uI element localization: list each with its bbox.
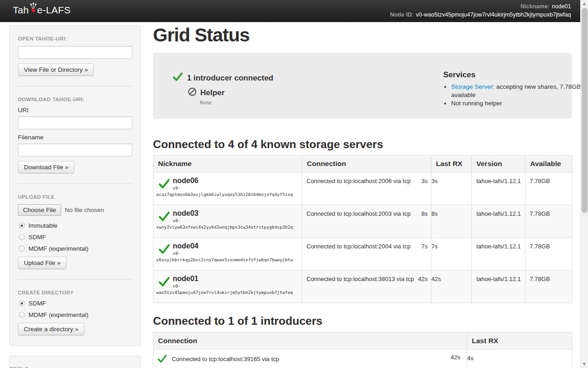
create-directory-button[interactable]: Create a directory » [18,323,85,335]
upload-radio-sdmf[interactable]: SDMF [19,234,132,241]
brand-text-post: e-LAFS [37,5,71,16]
server-id-prefix: v0- [173,283,299,288]
create-directory-section: CREATE DIRECTORY SDMFMDMF (experimental)… [18,279,132,345]
version-value: tahoe-lafs/1.12.1 [472,172,526,205]
scroll-down-icon [582,363,586,365]
upload-radio-immutable[interactable]: Immutable [19,222,132,229]
scroll-up-icon [582,3,586,5]
column-header-connection: Connection [153,333,467,350]
connection-age: 3s [421,178,428,184]
storage-server-row: node01 v0- wao5tzv45pmoju47jow7rvl4ukirj… [153,270,572,303]
upload-file-label: UPLOAD FILE [18,194,132,200]
mkdir-radio-mdmf-experimental[interactable]: MDMF (experimental) [19,311,132,318]
introducers-heading: Connected to 1 of 1 introducers [153,315,572,328]
main-content: Grid Status 1 introducer connected Helpe… [153,22,572,368]
radio-label: MDMF (experimental) [28,245,89,252]
scrollbar-up-button[interactable] [581,0,588,8]
download-uri-label: DOWNLOAD TAHOE-URI: [18,97,132,102]
download-file-button[interactable]: Download File » [18,161,74,173]
available-space-value: 7.78GB [526,270,572,303]
server-id-prefix: v0- [173,251,299,256]
services-list: Storage Server: accepting new shares, 7.… [451,83,587,108]
open-uri-input[interactable] [18,46,132,59]
connection-age: 7s [421,243,428,250]
scrollbar-thumb[interactable] [582,8,588,213]
scrollbar-down-button[interactable] [581,360,588,368]
radio-button-icon[interactable] [19,246,25,252]
radio-label: SDMF [28,234,46,241]
open-uri-label: OPEN TAHOE-URI: [18,36,132,41]
vertical-scrollbar[interactable] [580,0,588,368]
last-rx-value: 7s [431,238,472,270]
tahoe-logo-icon [29,2,37,15]
introducer-status-row: 1 introducer connected [172,71,273,85]
view-file-button[interactable]: View File or Directory » [18,63,94,76]
open-uri-section: OPEN TAHOE-URI: View File or Directory » [18,26,132,86]
download-uri-section: DOWNLOAD TAHOE-URI: URI Filename Downloa… [18,86,132,184]
server-nickname: node06 [173,175,299,185]
connection-text: Connected to tcp:localhost:38013 via tcp [306,276,414,282]
mkdir-radio-sdmf[interactable]: SDMF [19,300,132,307]
service-item: Not running helper [451,99,587,108]
version-value: tahoe-lafs/1.12.1 [472,205,526,238]
available-space-value: 7.78GB [526,172,572,205]
helper-value: None [200,100,273,105]
available-space-value: 7.78GB [526,205,572,238]
connection-age: 42s [418,276,428,282]
uri-field-label: URI [18,107,132,114]
helper-title: Helper [200,88,225,98]
radio-label: MDMF (experimental) [28,311,89,318]
server-nickname: node01 [173,273,299,283]
storage-server-row: node04 v0- v6zuyjkbrrkqy2bvc2cny7qwax5sx… [153,238,572,270]
download-uri-input[interactable] [18,116,132,129]
introducer-status-text: 1 introducer connected [187,74,273,83]
radio-button-icon[interactable] [19,312,25,318]
file-chosen-status: No file chosen [65,207,104,213]
upload-format-radios: ImmutableSDMFMDMF (experimental) [18,222,132,252]
radio-label: SDMF [28,300,46,307]
radio-label: Immutable [28,222,57,229]
radio-button-icon[interactable] [19,223,25,229]
storage-server-link[interactable]: Storage Server [451,83,493,90]
no-helper-icon [187,87,197,99]
column-header-version: Version [472,155,526,172]
nickname-row: Nickname:node01 [390,3,571,11]
column-header-last-rx: Last RX [431,155,472,172]
connection-text: Connected to tcp:localhost:2006 via tcp [306,178,411,184]
server-id-prefix: v0- [173,185,299,190]
storage-table-header: NicknameConnectionLast RXVersionAvailabl… [153,155,572,172]
server-id-prefix: v0- [173,218,299,223]
storage-server-row: node03 v0- swny2viyw63ofxwi4x2yykd2woqjb… [153,205,572,238]
connected-check-icon [158,243,170,257]
radio-button-icon[interactable] [19,234,25,240]
download-filename-input[interactable] [18,144,132,156]
tools-panel: TOOLS Recent and Active Operations [9,356,141,368]
connected-check-icon [157,354,167,365]
node-id-row: Node ID:v0-wao5tzv45pmoju47jow7rvl4ukirj… [390,11,571,19]
radio-button-icon[interactable] [19,300,25,306]
connected-check-icon [158,276,170,289]
column-header-nickname: Nickname [153,155,302,172]
sidebar: OPEN TAHOE-URI: View File or Directory »… [9,25,141,368]
connection-text: Connected to tcp:localhost:39165 via tcp [172,356,279,362]
node-id-value: v0-wao5tzv45pmoju47jow7rvl4ukirjm5ytbh2k… [416,12,571,18]
last-rx-value: 8s [431,205,472,238]
version-value: tahoe-lafs/1.12.1 [472,238,526,270]
create-directory-label: CREATE DIRECTORY [18,290,132,295]
connection-text: Connected to tcp:localhost:2003 via tcp [306,210,411,217]
services-block: Services Storage Server: accepting new s… [443,70,587,108]
connection-text: Connected to tcp:localhost:2004 via tcp [306,243,411,250]
service-item: Storage Server: accepting new shares, 7.… [451,83,587,99]
column-header-available: Available [526,155,572,172]
brand-text-pre: Tah [13,5,29,16]
sidebar-forms-panel: OPEN TAHOE-URI: View File or Directory »… [9,25,141,346]
last-rx-value: 4s [467,350,572,368]
nickname-value: node01 [552,3,571,10]
choose-file-button[interactable]: Choose File [18,204,61,216]
upload-radio-mdmf-experimental[interactable]: MDMF (experimental) [19,245,132,252]
node-id-label: Node ID: [390,12,413,18]
upload-file-button[interactable]: Upload File » [18,257,67,269]
upload-file-section: UPLOAD FILE Choose File No file chosen I… [18,184,132,279]
last-rx-value: 3s [431,172,472,205]
connected-check-icon [158,178,170,191]
